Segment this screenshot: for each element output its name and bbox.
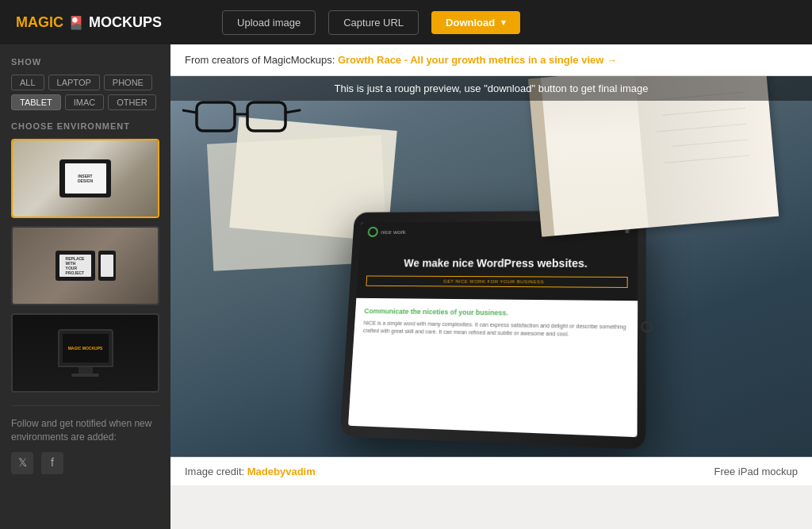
- preview-notice: This is just a rough preview, use "downl…: [170, 76, 812, 101]
- logo-magic: MAGIC: [16, 14, 63, 31]
- svg-line-4: [285, 110, 300, 113]
- sidebar-footer-text: Follow and get notified when new environ…: [11, 418, 151, 443]
- site-hero: We make nice WordPress websites. GET NIC…: [356, 240, 638, 301]
- logo-mockups: MOCKUPS: [89, 14, 162, 31]
- filter-phone[interactable]: PHONE: [104, 75, 152, 90]
- thumb1-device: INSERTDESIGN: [59, 159, 111, 197]
- sidebar: SHOW ALL LAPTOP PHONE TABLET IMAC OTHER …: [0, 44, 170, 529]
- site-body: Communicate the niceties of your busines…: [353, 298, 638, 349]
- content-area: From creators of MagicMockups: Growth Ra…: [170, 44, 812, 529]
- filter-imac[interactable]: IMAC: [65, 94, 105, 110]
- header: MAGIC 🎴 MOCKUPS Upload image Capture URL…: [0, 0, 812, 44]
- site-body-title: Communicate the niceties of your busines…: [364, 308, 627, 319]
- filter-tablet[interactable]: TABLET: [11, 94, 61, 110]
- tablet-body: nice work ≡ We make nice WordPress websi…: [339, 209, 645, 450]
- env-thumb-3[interactable]: MAGIC MOCKUPS: [11, 313, 159, 393]
- promo-bar: From creators of MagicMockups: Growth Ra…: [170, 44, 812, 76]
- capture-url-button[interactable]: Capture URL: [328, 10, 419, 35]
- upload-image-button[interactable]: Upload image: [222, 10, 316, 35]
- filter-other[interactable]: OTHER: [108, 94, 156, 110]
- download-arrow-icon: ▾: [501, 17, 506, 28]
- promo-link[interactable]: Growth Race - All your growth metrics in…: [338, 54, 617, 66]
- credit-text: Image credit: Madebyvadim: [185, 466, 316, 477]
- thumb2-devices: REPLACEWITHYOURPROJECT: [56, 251, 116, 281]
- svg-rect-3: [247, 102, 285, 131]
- credit-prefix: Image credit:: [185, 466, 244, 477]
- preview-footer: Image credit: Madebyvadim Free iPad mock…: [170, 457, 812, 485]
- promo-prefix: From creators of MagicMockups:: [185, 54, 335, 66]
- site-logo-text: nice work: [381, 228, 406, 236]
- environment-thumbnails: INSERTDESIGN REPLACEWITHYOURPROJECT: [11, 139, 159, 393]
- filter-buttons: ALL LAPTOP PHONE TABLET IMAC OTHER: [11, 75, 159, 110]
- main-layout: SHOW ALL LAPTOP PHONE TABLET IMAC OTHER …: [0, 44, 812, 529]
- env-thumb-1[interactable]: INSERTDESIGN: [11, 139, 159, 218]
- download-button[interactable]: Download ▾: [431, 11, 520, 34]
- tablet-screen: nice work ≡ We make nice WordPress websi…: [347, 220, 638, 437]
- twitter-icon[interactable]: 𝕏: [11, 452, 33, 474]
- sidebar-footer: Follow and get notified when new environ…: [11, 405, 159, 474]
- scene-tablet: nice work ≡ We make nice WordPress websi…: [339, 209, 645, 450]
- filter-all[interactable]: ALL: [11, 75, 44, 90]
- facebook-icon[interactable]: f: [41, 452, 63, 474]
- site-body-text: NICE is a simple word with many complexi…: [362, 320, 627, 339]
- tablet-home-button: [641, 320, 653, 332]
- site-logo-icon: [367, 227, 378, 237]
- preview-image: This is just a rough preview, use "downl…: [170, 76, 812, 457]
- logo: MAGIC 🎴 MOCKUPS: [16, 14, 162, 31]
- filter-laptop[interactable]: LAPTOP: [48, 75, 100, 90]
- sidebar-social: 𝕏 f: [11, 452, 159, 474]
- thumb3-imac: MAGIC MOCKUPS: [58, 329, 113, 377]
- svg-rect-1: [197, 102, 235, 131]
- free-label: Free iPad mockup: [714, 466, 799, 477]
- logo-icon: 🎴: [68, 15, 84, 30]
- site-hero-cta: GET NICE WORK FOR YOUR BUSINESS: [366, 276, 627, 289]
- site-logo: nice work: [367, 227, 406, 237]
- env-thumb-2[interactable]: REPLACEWITHYOURPROJECT: [11, 226, 159, 305]
- show-label: SHOW: [11, 57, 159, 67]
- svg-line-0: [182, 110, 197, 113]
- credit-link[interactable]: Madebyvadim: [247, 466, 316, 477]
- site-hero-title: We make nice WordPress websites.: [366, 256, 627, 270]
- choose-environment-label: CHOOSE ENVIRONMENT: [11, 121, 159, 131]
